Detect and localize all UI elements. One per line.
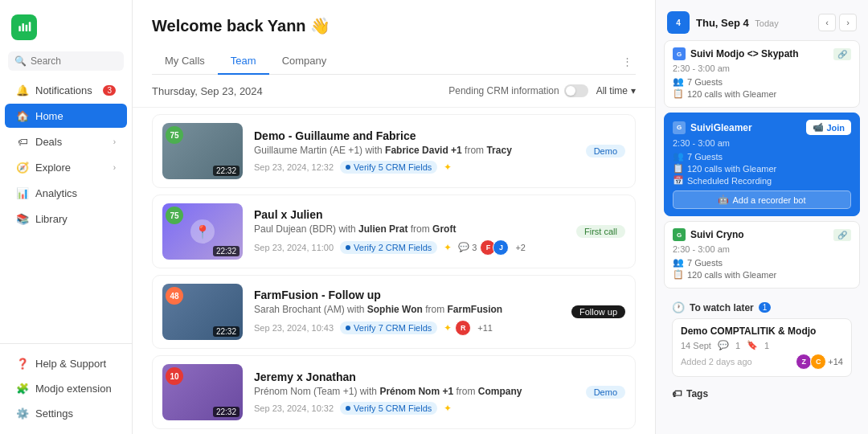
- page-title: Welcome back Yann 👋: [152, 16, 636, 35]
- call-badge-2: First call: [576, 225, 625, 238]
- crm-tag-2[interactable]: Verify 2 CRM Fields: [340, 241, 437, 254]
- calendar-prev-button[interactable]: ‹: [818, 14, 836, 31]
- call-card-2[interactable]: 75 📍 22:32 Paul x Julien Paul Dujean (BD…: [152, 194, 636, 268]
- watch-later-icon: 🕐: [672, 301, 685, 313]
- caller-avatar-3: 48: [166, 287, 183, 305]
- main-content: Welcome back Yann 👋 My Calls Team Compan…: [133, 0, 655, 434]
- crm-dot-icon: [346, 406, 350, 411]
- tab-menu-icon[interactable]: ⋮: [619, 52, 636, 71]
- wl-extra-count: +14: [828, 357, 843, 366]
- call-date-3: Sep 23, 2024, 10:43: [254, 323, 334, 333]
- calendar-date-text: Thu, Sep 4: [696, 17, 749, 29]
- pending-crm-switch[interactable]: [564, 84, 588, 97]
- call-info-1: Demo - Guillaume and Fabrice Guillaume M…: [254, 129, 575, 174]
- sidebar-item-help[interactable]: ❓ Help & Support: [5, 351, 127, 375]
- calls-icon: 📋: [673, 269, 684, 280]
- pending-crm-toggle[interactable]: Pending CRM information: [448, 84, 588, 97]
- call-date-1: Sep 23, 2024, 12:32: [254, 162, 334, 172]
- pending-crm-label: Pending CRM information: [448, 85, 559, 96]
- star-icon-2: ✦: [444, 242, 452, 253]
- join-icon: 📹: [813, 122, 824, 133]
- calendar-date-label: Thu, Sep 4 Today: [696, 17, 779, 29]
- guests-label: 7 Guests: [687, 77, 723, 87]
- chevron-down-icon: ▾: [631, 85, 636, 96]
- watch-later-card[interactable]: Demo COMPTALITIK & Modjo 14 Sept 💬 1 🔖 1…: [672, 318, 852, 377]
- event-header-3: G Suivi Cryno 🔗: [673, 228, 851, 241]
- event-recording-2: 📅 Scheduled Recording: [673, 175, 851, 186]
- guests-label: 7 Guests: [687, 258, 723, 268]
- all-time-dropdown[interactable]: All time ▾: [596, 85, 636, 96]
- join-label: Join: [826, 123, 845, 133]
- event-source-icon-3: G: [673, 228, 686, 241]
- home-icon: 🏠: [16, 109, 29, 122]
- sidebar-item-extension[interactable]: 🧩 Modjo extension: [5, 376, 127, 400]
- wl-card-title: Demo COMPTALITIK & Modjo: [681, 326, 843, 337]
- recording-icon: 📅: [673, 175, 684, 186]
- watch-later-section-header: 🕐 To watch later 1: [664, 293, 860, 318]
- sidebar-item-label: Library: [35, 213, 68, 225]
- crm-fields-label: Verify 5 CRM Fields: [354, 403, 432, 413]
- search-icon: 🔍: [14, 55, 27, 67]
- svg-rect-1: [23, 23, 25, 31]
- crm-tag-3[interactable]: Verify 7 CRM Fields: [340, 321, 437, 334]
- call-participants-2: Paul Dujean (BDR) with Julien Prat from …: [254, 223, 565, 235]
- call-name-4: Jeremy x Jonathan: [254, 371, 575, 383]
- search-bar[interactable]: 🔍 ⌘K: [8, 51, 124, 71]
- call-meta-2: Sep 23, 2024, 11:00 Verify 2 CRM Fields …: [254, 240, 565, 256]
- calendar-next-button[interactable]: ›: [839, 14, 857, 31]
- call-card-4[interactable]: 10 22:32 Jeremy x Jonathan Prénom Nom (T…: [152, 355, 636, 429]
- gear-icon: ⚙️: [16, 407, 29, 420]
- calendar-event-1[interactable]: G Suivi Modjo <> Skypath 🔗 2:30 - 3:00 a…: [664, 40, 860, 108]
- sidebar-item-settings[interactable]: ⚙️ Settings: [5, 401, 127, 425]
- call-name-1: Demo - Guillaume and Fabrice: [254, 129, 575, 142]
- tabs-bar: My Calls Team Company ⋮: [152, 48, 636, 75]
- call-card-3[interactable]: 48 22:32 FarmFusion - Follow up Sarah Br…: [152, 275, 636, 349]
- call-card-1[interactable]: 75 22:32 Demo - Guillaume and Fabrice Gu…: [152, 114, 636, 188]
- call-participants-3: Sarah Brochant (AM) with Sophie Won from…: [254, 304, 560, 315]
- tags-icon: 🏷: [672, 388, 682, 399]
- event-join-button[interactable]: 📹 Join: [806, 120, 851, 135]
- call-thumb-icon: 📍: [190, 219, 215, 244]
- notifications-badge: 3: [103, 85, 116, 96]
- calls-list: 75 22:32 Demo - Guillaume and Fabrice Gu…: [133, 108, 655, 434]
- sidebar-item-analytics[interactable]: 📊 Analytics: [5, 181, 127, 205]
- sidebar-item-explore[interactable]: 🧭 Explore ›: [5, 155, 127, 179]
- sidebar-item-deals[interactable]: 🏷 Deals ›: [5, 129, 127, 154]
- call-thumbnail-1: 75 22:32: [162, 123, 243, 179]
- tab-team[interactable]: Team: [218, 48, 269, 75]
- svg-rect-3: [29, 22, 31, 31]
- call-info-4: Jeremy x Jonathan Prénom Nom (Team +1) w…: [254, 371, 575, 415]
- mini-avatar: Z: [796, 354, 812, 370]
- event-calls-2: 📋 120 calls with Gleamer: [673, 163, 851, 174]
- calendar-event-3[interactable]: G Suivi Cryno 🔗 2:30 - 3:00 am 👥 7 Guest…: [664, 221, 860, 289]
- event-guests-3: 👥 7 Guests: [673, 257, 851, 268]
- event-header-2: G SuiviGleamer 📹 Join: [673, 120, 851, 135]
- sidebar-item-notifications[interactable]: 🔔 Notifications 3: [5, 78, 127, 102]
- sidebar-item-label: Help & Support: [35, 358, 106, 370]
- participant-avatars-3: R: [458, 320, 471, 336]
- tab-company[interactable]: Company: [269, 48, 340, 75]
- chart-icon: 📊: [16, 186, 29, 199]
- call-duration-3: 22:32: [213, 326, 240, 337]
- wl-bookmarks: 1: [764, 341, 769, 350]
- recorder-icon: 🤖: [718, 194, 729, 205]
- tab-my-calls[interactable]: My Calls: [152, 48, 218, 75]
- call-participants-4: Prénom Nom (Team +1) with Prénom Nom +1 …: [254, 386, 575, 397]
- guests-icon: 👥: [673, 151, 684, 162]
- tags-section: 🏷 Tags: [664, 382, 860, 399]
- crm-tag-4[interactable]: Verify 5 CRM Fields: [340, 402, 437, 415]
- event-title-2: SuiviGleamer: [690, 122, 801, 133]
- add-recorder-button[interactable]: 🤖 Add a recorder bot: [673, 190, 851, 209]
- crm-tag-1[interactable]: Verify 5 CRM Fields: [340, 161, 437, 174]
- event-title-3: Suivi Cryno: [690, 229, 829, 240]
- sidebar-item-home[interactable]: 🏠 Home: [5, 104, 127, 128]
- sidebar-item-library[interactable]: 📚 Library: [5, 207, 127, 231]
- event-guests-1: 👥 7 Guests: [673, 76, 851, 87]
- call-badge-4: Demo: [586, 386, 625, 399]
- toolbar-right: Pending CRM information All time ▾: [448, 84, 636, 97]
- comment-icon: 💬: [458, 242, 469, 252]
- event-source-icon-2: G: [673, 121, 686, 134]
- crm-dot-icon: [346, 326, 350, 330]
- calendar-event-2[interactable]: G SuiviGleamer 📹 Join 2:30 - 3:00 am 👥 7…: [664, 113, 860, 216]
- event-guests-2: 👥 7 Guests: [673, 151, 851, 162]
